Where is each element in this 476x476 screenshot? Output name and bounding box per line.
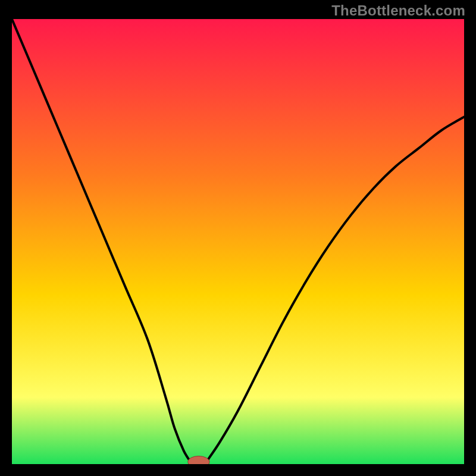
chart-frame: TheBottleneck.com xyxy=(0,0,476,476)
chart-svg xyxy=(12,19,464,464)
gradient-background xyxy=(12,19,464,464)
plot-area xyxy=(12,19,464,464)
watermark-text: TheBottleneck.com xyxy=(331,2,465,19)
